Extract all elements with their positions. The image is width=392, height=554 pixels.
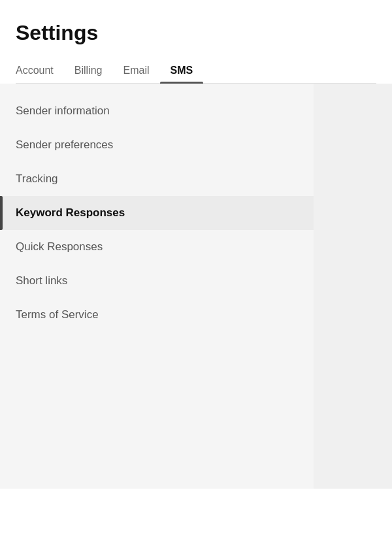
tab-email[interactable]: Email [113,58,160,83]
right-panel [314,84,392,489]
tab-billing[interactable]: Billing [64,58,113,83]
tab-sms[interactable]: SMS [160,58,204,83]
sidebar-item-short-links[interactable]: Short links [0,264,314,298]
header: Settings Account Billing Email SMS [0,0,392,84]
sidebar-item-sender-preferences[interactable]: Sender preferences [0,128,314,162]
sidebar-item-terms-of-service[interactable]: Terms of Service [0,298,314,332]
sidebar-item-sender-information[interactable]: Sender information [0,94,314,128]
sidebar-item-keyword-responses[interactable]: Keyword Responses [0,196,314,230]
sidebar-item-tracking[interactable]: Tracking [0,162,314,196]
content-area: Sender information Sender preferences Tr… [0,84,392,489]
sidebar-item-quick-responses[interactable]: Quick Responses [0,230,314,264]
tab-account[interactable]: Account [16,58,64,83]
page-container: Settings Account Billing Email SMS Sende… [0,0,392,554]
page-title: Settings [16,21,376,45]
tabs-container: Account Billing Email SMS [16,58,376,84]
sidebar: Sender information Sender preferences Tr… [0,84,314,489]
